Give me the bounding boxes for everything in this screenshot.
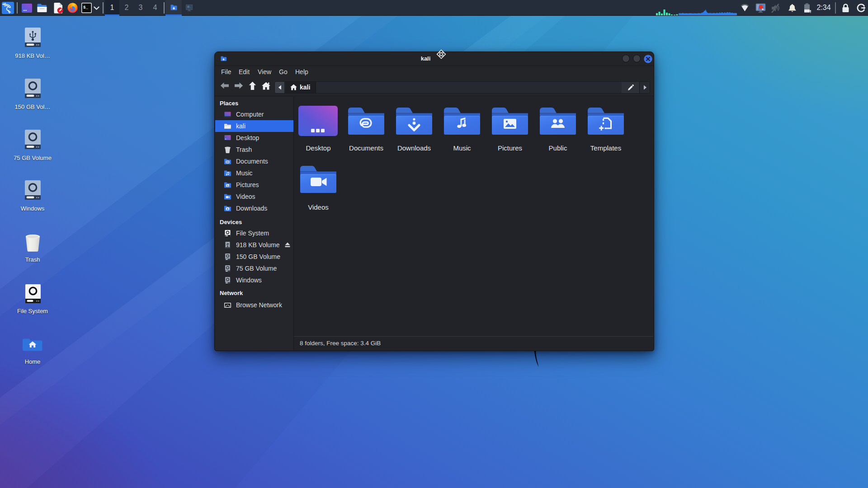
svg-text:$_: $_ (83, 5, 88, 10)
